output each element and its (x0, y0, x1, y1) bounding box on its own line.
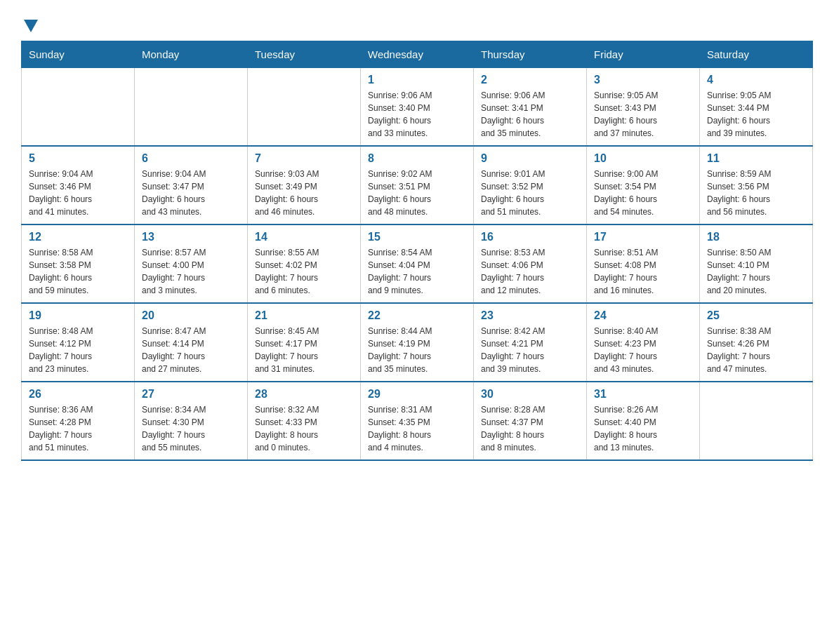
day-number: 1 (368, 74, 466, 86)
calendar-cell: 19Sunrise: 8:48 AM Sunset: 4:12 PM Dayli… (22, 303, 135, 382)
calendar-cell: 27Sunrise: 8:34 AM Sunset: 4:30 PM Dayli… (135, 382, 248, 460)
calendar-cell: 31Sunrise: 8:26 AM Sunset: 4:40 PM Dayli… (587, 382, 700, 460)
day-number: 20 (142, 309, 240, 322)
weekday-header-wednesday: Wednesday (361, 41, 474, 68)
day-info: Sunrise: 8:50 AM Sunset: 4:10 PM Dayligh… (707, 246, 805, 297)
calendar-cell: 24Sunrise: 8:40 AM Sunset: 4:23 PM Dayli… (587, 303, 700, 382)
day-number: 22 (368, 309, 466, 322)
day-number: 27 (142, 388, 240, 401)
day-info: Sunrise: 8:53 AM Sunset: 4:06 PM Dayligh… (481, 246, 579, 297)
calendar-cell: 30Sunrise: 8:28 AM Sunset: 4:37 PM Dayli… (474, 382, 587, 460)
calendar-cell: 11Sunrise: 8:59 AM Sunset: 3:56 PM Dayli… (700, 146, 813, 224)
calendar-cell: 20Sunrise: 8:47 AM Sunset: 4:14 PM Dayli… (135, 303, 248, 382)
day-info: Sunrise: 8:59 AM Sunset: 3:56 PM Dayligh… (707, 168, 805, 218)
day-info: Sunrise: 8:54 AM Sunset: 4:04 PM Dayligh… (368, 246, 466, 297)
calendar-week-row: 1Sunrise: 9:06 AM Sunset: 3:40 PM Daylig… (22, 68, 813, 147)
calendar-cell: 9Sunrise: 9:01 AM Sunset: 3:52 PM Daylig… (474, 146, 587, 224)
day-info: Sunrise: 8:48 AM Sunset: 4:12 PM Dayligh… (29, 325, 127, 375)
day-number: 26 (29, 388, 127, 401)
day-number: 28 (255, 388, 353, 401)
day-info: Sunrise: 8:32 AM Sunset: 4:33 PM Dayligh… (255, 403, 353, 454)
day-number: 24 (594, 309, 692, 322)
day-number: 5 (29, 152, 127, 165)
day-number: 19 (29, 309, 127, 322)
calendar-cell: 7Sunrise: 9:03 AM Sunset: 3:49 PM Daylig… (248, 146, 361, 224)
weekday-header-saturday: Saturday (700, 41, 813, 68)
day-info: Sunrise: 8:28 AM Sunset: 4:37 PM Dayligh… (481, 403, 579, 454)
calendar-cell: 15Sunrise: 8:54 AM Sunset: 4:04 PM Dayli… (361, 224, 474, 303)
day-info: Sunrise: 9:06 AM Sunset: 3:41 PM Dayligh… (481, 89, 579, 140)
day-info: Sunrise: 8:58 AM Sunset: 3:58 PM Dayligh… (29, 246, 127, 297)
day-info: Sunrise: 9:05 AM Sunset: 3:43 PM Dayligh… (594, 89, 692, 140)
day-number: 16 (481, 231, 579, 243)
day-info: Sunrise: 9:00 AM Sunset: 3:54 PM Dayligh… (594, 168, 692, 218)
day-number: 14 (255, 231, 353, 243)
page-header (21, 17, 813, 29)
day-number: 21 (255, 309, 353, 322)
weekday-header-monday: Monday (135, 41, 248, 68)
day-number: 15 (368, 231, 466, 243)
day-number: 9 (481, 152, 579, 165)
day-number: 17 (594, 231, 692, 243)
calendar-cell: 6Sunrise: 9:04 AM Sunset: 3:47 PM Daylig… (135, 146, 248, 224)
calendar-cell: 23Sunrise: 8:42 AM Sunset: 4:21 PM Dayli… (474, 303, 587, 382)
day-number: 18 (707, 231, 805, 243)
day-number: 8 (368, 152, 466, 165)
day-info: Sunrise: 8:45 AM Sunset: 4:17 PM Dayligh… (255, 325, 353, 375)
weekday-header-sunday: Sunday (22, 41, 135, 68)
day-number: 30 (481, 388, 579, 401)
day-info: Sunrise: 9:03 AM Sunset: 3:49 PM Dayligh… (255, 168, 353, 218)
day-number: 31 (594, 388, 692, 401)
calendar-cell: 14Sunrise: 8:55 AM Sunset: 4:02 PM Dayli… (248, 224, 361, 303)
calendar-cell: 25Sunrise: 8:38 AM Sunset: 4:26 PM Dayli… (700, 303, 813, 382)
day-info: Sunrise: 8:44 AM Sunset: 4:19 PM Dayligh… (368, 325, 466, 375)
calendar-cell: 4Sunrise: 9:05 AM Sunset: 3:44 PM Daylig… (700, 68, 813, 147)
weekday-header-friday: Friday (587, 41, 700, 68)
calendar-table: SundayMondayTuesdayWednesdayThursdayFrid… (21, 41, 813, 461)
calendar-week-row: 19Sunrise: 8:48 AM Sunset: 4:12 PM Dayli… (22, 303, 813, 382)
day-info: Sunrise: 8:26 AM Sunset: 4:40 PM Dayligh… (594, 403, 692, 454)
calendar-cell: 13Sunrise: 8:57 AM Sunset: 4:00 PM Dayli… (135, 224, 248, 303)
day-number: 4 (707, 74, 805, 86)
calendar-cell: 3Sunrise: 9:05 AM Sunset: 3:43 PM Daylig… (587, 68, 700, 147)
day-number: 6 (142, 152, 240, 165)
day-info: Sunrise: 8:55 AM Sunset: 4:02 PM Dayligh… (255, 246, 353, 297)
day-info: Sunrise: 9:04 AM Sunset: 3:47 PM Dayligh… (142, 168, 240, 218)
day-info: Sunrise: 8:51 AM Sunset: 4:08 PM Dayligh… (594, 246, 692, 297)
day-number: 25 (707, 309, 805, 322)
calendar-cell: 8Sunrise: 9:02 AM Sunset: 3:51 PM Daylig… (361, 146, 474, 224)
calendar-cell (135, 68, 248, 147)
day-info: Sunrise: 9:06 AM Sunset: 3:40 PM Dayligh… (368, 89, 466, 140)
calendar-week-row: 5Sunrise: 9:04 AM Sunset: 3:46 PM Daylig… (22, 146, 813, 224)
day-number: 29 (368, 388, 466, 401)
calendar-cell: 2Sunrise: 9:06 AM Sunset: 3:41 PM Daylig… (474, 68, 587, 147)
logo-triangle-icon (24, 20, 38, 32)
day-info: Sunrise: 9:02 AM Sunset: 3:51 PM Dayligh… (368, 168, 466, 218)
calendar-week-row: 12Sunrise: 8:58 AM Sunset: 3:58 PM Dayli… (22, 224, 813, 303)
calendar-cell: 10Sunrise: 9:00 AM Sunset: 3:54 PM Dayli… (587, 146, 700, 224)
day-info: Sunrise: 8:38 AM Sunset: 4:26 PM Dayligh… (707, 325, 805, 375)
day-number: 23 (481, 309, 579, 322)
day-number: 12 (29, 231, 127, 243)
day-info: Sunrise: 8:42 AM Sunset: 4:21 PM Dayligh… (481, 325, 579, 375)
day-info: Sunrise: 8:34 AM Sunset: 4:30 PM Dayligh… (142, 403, 240, 454)
day-number: 11 (707, 152, 805, 165)
calendar-cell: 26Sunrise: 8:36 AM Sunset: 4:28 PM Dayli… (22, 382, 135, 460)
day-info: Sunrise: 8:36 AM Sunset: 4:28 PM Dayligh… (29, 403, 127, 454)
day-number: 10 (594, 152, 692, 165)
day-info: Sunrise: 8:47 AM Sunset: 4:14 PM Dayligh… (142, 325, 240, 375)
calendar-cell: 18Sunrise: 8:50 AM Sunset: 4:10 PM Dayli… (700, 224, 813, 303)
day-info: Sunrise: 8:31 AM Sunset: 4:35 PM Dayligh… (368, 403, 466, 454)
calendar-cell: 29Sunrise: 8:31 AM Sunset: 4:35 PM Dayli… (361, 382, 474, 460)
calendar-cell: 28Sunrise: 8:32 AM Sunset: 4:33 PM Dayli… (248, 382, 361, 460)
day-number: 2 (481, 74, 579, 86)
calendar-cell: 12Sunrise: 8:58 AM Sunset: 3:58 PM Dayli… (22, 224, 135, 303)
day-info: Sunrise: 9:04 AM Sunset: 3:46 PM Dayligh… (29, 168, 127, 218)
day-number: 7 (255, 152, 353, 165)
day-number: 13 (142, 231, 240, 243)
calendar-cell (248, 68, 361, 147)
calendar-cell: 16Sunrise: 8:53 AM Sunset: 4:06 PM Dayli… (474, 224, 587, 303)
weekday-header-thursday: Thursday (474, 41, 587, 68)
calendar-cell: 5Sunrise: 9:04 AM Sunset: 3:46 PM Daylig… (22, 146, 135, 224)
calendar-cell: 21Sunrise: 8:45 AM Sunset: 4:17 PM Dayli… (248, 303, 361, 382)
